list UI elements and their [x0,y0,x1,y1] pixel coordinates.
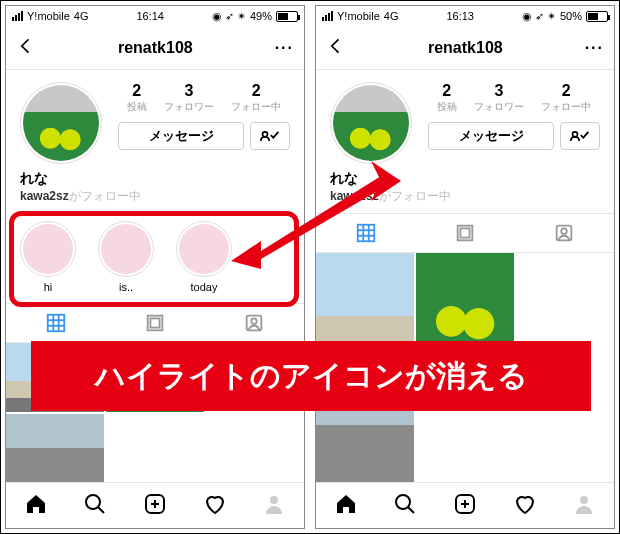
nav-profile[interactable] [262,492,286,520]
feed-tabs [316,213,614,253]
svg-point-25 [562,228,568,234]
nav-bar: renatk108 ··· [316,26,614,70]
nav-home[interactable] [334,492,358,520]
status-bar: Y!mobile 4G 16:14 ◉ ➶ ✴ 49% [6,6,304,26]
post-grid [316,253,614,482]
followed-by: kawa2szがフォロー中 [20,188,290,205]
following-dropdown-button[interactable] [560,122,600,150]
post-thumb[interactable] [316,253,414,367]
profile-header: 2投稿 3フォロワー 2フォロー中 メッセージ [316,70,614,170]
nav-add[interactable] [143,492,167,520]
svg-line-27 [408,507,414,513]
profile-header: 2投稿 3フォロワー 2フォロー中 メッセージ [6,70,304,170]
svg-point-31 [580,496,588,504]
highlight-item[interactable]: today [176,221,232,293]
svg-rect-7 [150,318,159,327]
phone-left: Y!mobile 4G 16:14 ◉ ➶ ✴ 49% renatk108 ··… [5,5,305,529]
highlight-item[interactable]: hi [20,221,76,293]
network-label: 4G [74,10,89,22]
bottom-nav [316,482,614,528]
nav-add[interactable] [453,492,477,520]
tab-tagged[interactable] [515,214,614,252]
svg-point-9 [252,318,258,324]
message-button[interactable]: メッセージ [428,122,554,150]
nav-title: renatk108 [428,39,503,57]
stat-following[interactable]: 2フォロー中 [231,82,281,114]
tab-grid[interactable] [6,304,105,342]
tab-tagged[interactable] [205,304,304,342]
clock: 16:14 [136,10,164,22]
post-thumb-empty [206,343,304,412]
signal-icon [322,11,333,21]
svg-line-11 [98,507,104,513]
tab-feed[interactable] [105,304,204,342]
highlight-item[interactable]: is.. [98,221,154,293]
battery-icon [276,11,298,22]
post-thumb-empty [516,253,614,367]
status-bar: Y!mobile 4G 16:13 ◉ ➶ ✴ 50% [316,6,614,26]
more-button[interactable]: ··· [585,39,604,57]
followed-by: kawa2szがフォロー中 [330,188,600,205]
feed-tabs [6,303,304,343]
svg-rect-1 [47,315,64,332]
svg-point-26 [396,495,410,509]
nav-home[interactable] [24,492,48,520]
display-name: れな [330,170,600,188]
stats-row: 2投稿 3フォロワー 2フォロー中 [428,82,600,114]
back-button[interactable] [326,36,346,60]
phone-right: Y!mobile 4G 16:13 ◉ ➶ ✴ 50% renatk108 ··… [315,5,615,529]
avatar[interactable] [330,82,412,164]
clock: 16:13 [446,10,474,22]
nav-search[interactable] [393,492,417,520]
svg-point-10 [86,495,100,509]
post-thumb[interactable] [6,343,104,412]
post-thumb-empty [106,414,204,483]
comparison-stage: Y!mobile 4G 16:14 ◉ ➶ ✴ 49% renatk108 ··… [0,0,620,534]
status-icons: ◉ ➶ ✴ [522,10,556,23]
back-button[interactable] [16,36,36,60]
stat-following[interactable]: 2フォロー中 [541,82,591,114]
stat-posts[interactable]: 2投稿 [127,82,147,114]
post-thumb-empty [416,369,514,483]
post-thumb-empty [516,369,614,483]
tab-grid[interactable] [316,214,415,252]
stat-followers[interactable]: 3フォロワー [474,82,524,114]
post-thumb[interactable] [6,414,104,483]
svg-point-15 [270,496,278,504]
post-thumb[interactable] [416,253,514,367]
tab-feed[interactable] [415,214,514,252]
bottom-nav [6,482,304,528]
battery-pct: 49% [250,10,272,22]
carrier-label: Y!mobile [27,10,70,22]
nav-activity[interactable] [203,492,227,520]
nav-search[interactable] [83,492,107,520]
carrier-label: Y!mobile [337,10,380,22]
message-button[interactable]: メッセージ [118,122,244,150]
nav-activity[interactable] [513,492,537,520]
stats-row: 2投稿 3フォロワー 2フォロー中 [118,82,290,114]
name-section: れな kawa2szがフォロー中 [316,170,614,213]
name-section: れな kawa2szがフォロー中 [6,170,304,213]
stat-followers[interactable]: 3フォロワー [164,82,214,114]
svg-rect-23 [460,228,469,237]
post-thumb[interactable] [316,369,414,483]
network-label: 4G [384,10,399,22]
nav-profile[interactable] [572,492,596,520]
post-thumb-empty [206,414,304,483]
display-name: れな [20,170,290,188]
battery-pct: 50% [560,10,582,22]
nav-title: renatk108 [118,39,193,57]
more-button[interactable]: ··· [275,39,294,57]
post-thumb[interactable] [106,343,204,412]
post-grid [6,343,304,482]
avatar[interactable] [20,82,102,164]
highlights-row: hi is.. today [6,213,304,303]
battery-icon [586,11,608,22]
signal-icon [12,11,23,21]
nav-bar: renatk108 ··· [6,26,304,70]
status-icons: ◉ ➶ ✴ [212,10,246,23]
stat-posts[interactable]: 2投稿 [437,82,457,114]
following-dropdown-button[interactable] [250,122,290,150]
svg-rect-17 [357,225,374,242]
